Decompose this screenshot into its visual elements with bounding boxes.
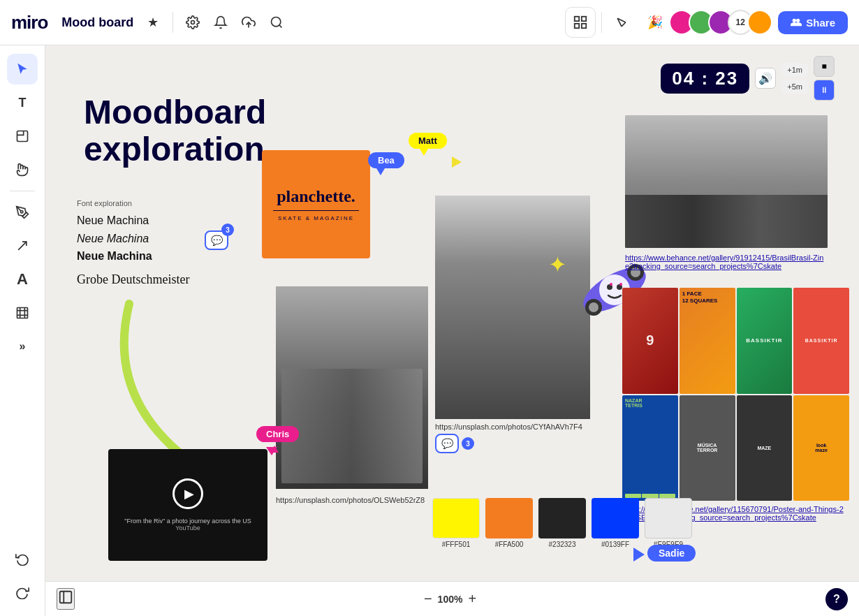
svg-point-12: [21, 211, 23, 213]
sidebar-toggle-button[interactable]: [57, 588, 75, 610]
swatch-orange: #FFA500: [485, 498, 533, 548]
star-button[interactable]: ★: [140, 10, 166, 35]
cursor-tri-chris: [266, 447, 277, 455]
timer-area: 04 : 23 🔊 +1m +5m ■ ⏸: [661, 56, 835, 101]
pen-tool[interactable]: [7, 197, 38, 228]
more-tools[interactable]: »: [7, 331, 38, 362]
frame-tool[interactable]: [7, 298, 38, 328]
header-right: 🎉 12 Share: [565, 7, 848, 38]
sticky-tool[interactable]: [7, 121, 38, 152]
unsplash-link-1[interactable]: https://unsplash.com/photos/OLSWeb52rZ8: [276, 496, 425, 504]
avatar-4: [747, 10, 772, 35]
canvas: 04 : 23 🔊 +1m +5m ■ ⏸ Moodboard explorat…: [45, 45, 859, 616]
svg-rect-11: [17, 131, 28, 142]
svg-rect-7: [575, 24, 579, 28]
board-title[interactable]: Mood board: [61, 15, 133, 30]
cursor-sadie: Sadie: [647, 545, 696, 562]
text-tool[interactable]: T: [7, 87, 38, 118]
svg-point-0: [191, 21, 195, 24]
zoom-controls: − 100% +: [424, 591, 476, 607]
svg-rect-14: [17, 308, 28, 318]
timer-sound-button[interactable]: 🔊: [755, 68, 776, 89]
timer-stop-button[interactable]: ■: [814, 56, 835, 77]
svg-point-22: [589, 302, 599, 312]
play-button[interactable]: ▶: [172, 478, 203, 509]
zoom-level[interactable]: 100%: [438, 594, 463, 605]
zoom-in-button[interactable]: +: [468, 591, 476, 607]
font-extra: Grobe Deutschmeister: [77, 272, 244, 287]
svg-rect-4: [575, 17, 579, 21]
cursor-label-matt: Matt: [409, 133, 447, 149]
orange-card: planchette. SKATE & MAGAZINE: [262, 150, 370, 258]
text-big-tool[interactable]: A: [7, 264, 38, 295]
timer-plus1m-button[interactable]: +1m: [781, 63, 808, 77]
hand-tool[interactable]: [7, 154, 38, 185]
bottom-bar: − 100% + ?: [45, 581, 859, 616]
bw-photo: [625, 115, 828, 248]
swatch-blue-label: #0139FF: [601, 541, 629, 548]
swatch-yellow-block: [432, 498, 480, 538]
unsplash-link-2-group: https://unsplash.com/photos/CYfAhAVh7F4 …: [435, 423, 582, 453]
font-sample-3: Neue Machina: [77, 247, 244, 265]
poster-grid: 9 1 FACE12 SQUARES BASSIKTIR BASSIKTIR N…: [622, 288, 849, 501]
cursor-label-chris: Chris: [256, 426, 299, 442]
comment-group-1[interactable]: 💬 3: [205, 230, 228, 250]
video-box[interactable]: ▶ "From the Riv" a photo journey across …: [108, 449, 267, 561]
cursor-arrow-bea: [376, 168, 385, 175]
cursor-tool[interactable]: [7, 54, 38, 85]
svg-point-29: [619, 283, 622, 286]
undo-button[interactable]: [7, 543, 38, 574]
brand-name: planchette.: [277, 187, 355, 205]
sidebar-divider-1: [10, 191, 35, 191]
swatch-orange-label: #FFA500: [495, 541, 524, 548]
swatch-yellow-label: #FFF501: [442, 541, 471, 548]
brand-sub: SKATE & MAGAZINE: [278, 215, 354, 221]
cursor-matt: Matt: [409, 133, 447, 156]
celebrate-button[interactable]: 🎉: [643, 10, 668, 35]
svg-line-10: [622, 22, 626, 27]
swatch-dark: #232323: [538, 498, 586, 548]
video-caption: "From the Riv" a photo journey across th…: [116, 518, 259, 531]
cursor-tri-yellow: [452, 156, 462, 168]
svg-point-2: [272, 17, 281, 27]
behance-link-1[interactable]: https://www.behance.net/gallery/91912415…: [625, 254, 828, 270]
cursor-tri-sadie: [633, 548, 645, 562]
svg-line-13: [18, 242, 27, 250]
swatch-light: #E9E9E9: [645, 498, 692, 548]
unsplash-link-2[interactable]: https://unsplash.com/photos/CYfAhAVh7F4: [435, 423, 582, 431]
font-sample-1: Neue Machina: [77, 212, 244, 230]
color-swatches-group: #FFF501 #FFA500 #232323 #0139FF #E9E9E9: [432, 498, 692, 548]
skate-photo-1: [276, 286, 428, 489]
cursor-chris: Chris: [256, 426, 299, 442]
timer-plus5m-button[interactable]: +5m: [781, 80, 808, 94]
svg-point-28: [610, 283, 612, 286]
svg-line-3: [279, 25, 282, 28]
svg-rect-30: [60, 592, 72, 603]
cursor-bea: Bea: [368, 152, 404, 175]
collaborator-avatars: 12: [675, 10, 772, 35]
header-left: miro Mood board ★: [11, 10, 565, 35]
cursor-label-bea: Bea: [368, 152, 404, 168]
header: miro Mood board ★ 🎉 12: [0, 0, 859, 45]
help-button[interactable]: ?: [825, 588, 848, 610]
swatch-orange-block: [485, 498, 533, 538]
search-button[interactable]: [264, 10, 289, 35]
share-export-button[interactable]: [236, 10, 261, 35]
pointer-tool-button[interactable]: [609, 10, 634, 35]
timer-pause-button[interactable]: ⏸: [814, 80, 835, 101]
swatch-dark-label: #232323: [549, 541, 576, 548]
swatch-yellow: #FFF501: [432, 498, 480, 548]
apps-button[interactable]: [565, 7, 596, 38]
font-label: Font exploration: [77, 199, 244, 207]
svg-rect-5: [582, 17, 586, 21]
settings-button[interactable]: [180, 10, 205, 35]
share-button[interactable]: Share: [778, 11, 848, 34]
comment-bubble-2[interactable]: 💬: [435, 434, 459, 453]
share-label: Share: [806, 17, 835, 29]
cursor-arrow-matt: [420, 149, 428, 156]
redo-button[interactable]: [7, 577, 38, 608]
arrow-tool[interactable]: [7, 230, 38, 261]
zoom-out-button[interactable]: −: [424, 591, 432, 607]
swatch-light-block: [645, 498, 692, 538]
notifications-button[interactable]: [208, 10, 233, 35]
